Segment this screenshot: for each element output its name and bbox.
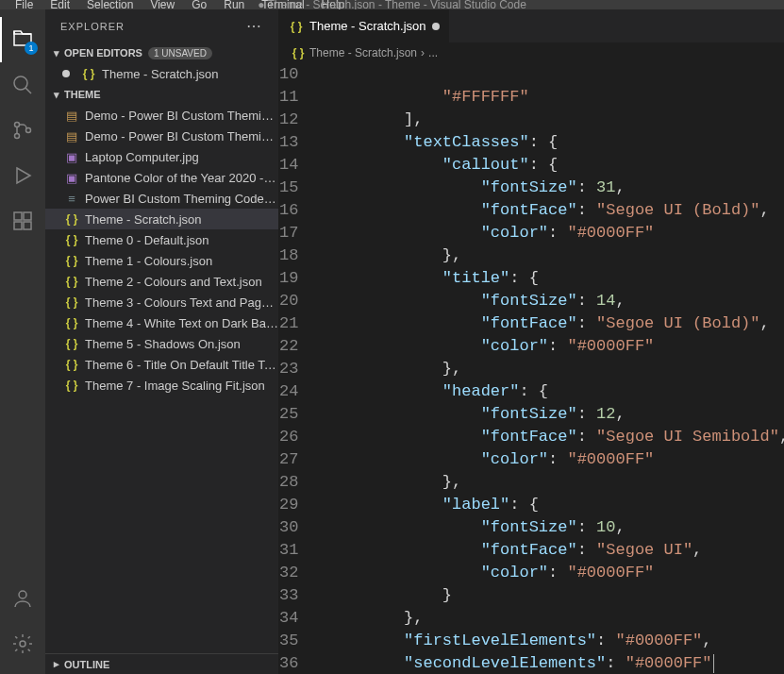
file-item[interactable]: { }Theme 5 - Shadows On.json xyxy=(45,333,278,354)
dirty-dot-icon xyxy=(432,23,440,30)
file-item[interactable]: { }Theme 1 - Colours.json xyxy=(45,250,278,271)
line-number: 13 xyxy=(279,131,298,154)
line-number: 24 xyxy=(279,380,298,403)
code-line[interactable]: ], xyxy=(326,109,784,131)
open-editor-item[interactable]: { }Theme - Scratch.json xyxy=(45,63,278,84)
line-number: 35 xyxy=(279,630,298,652)
file-item[interactable]: ▤Demo - Power BI Custom Theming.pbix xyxy=(45,105,278,126)
editor-tab[interactable]: { }Theme - Scratch.json xyxy=(279,9,450,42)
code-line[interactable]: } xyxy=(326,584,784,607)
file-item[interactable]: { }Theme 6 - Title On Default Title Text… xyxy=(45,354,278,375)
code-line[interactable] xyxy=(326,63,784,86)
code-content[interactable]: "#FFFFFF" ], "textClasses": { "callout":… xyxy=(315,63,784,674)
code-line[interactable]: "fontSize": 31, xyxy=(326,177,784,199)
menu-go[interactable]: Go xyxy=(184,0,214,13)
file-label: Theme 1 - Colours.json xyxy=(85,254,278,268)
settings-gear-icon[interactable] xyxy=(0,621,45,666)
line-number: 15 xyxy=(279,177,298,199)
file-item[interactable]: ▤Demo - Power BI Custom Theming.pptx xyxy=(45,126,278,146)
file-label: Theme - Scratch.json xyxy=(85,212,278,227)
menu-edit[interactable]: Edit xyxy=(42,0,77,13)
code-line[interactable]: "header": { xyxy=(326,380,784,403)
svg-marker-5 xyxy=(17,168,30,183)
sidebar-title: EXPLORER ⋯ xyxy=(45,9,278,42)
line-number: 30 xyxy=(279,516,298,539)
code-line[interactable]: "label": { xyxy=(326,494,784,516)
file-item[interactable]: { }Theme 7 - Image Scaling Fit.json xyxy=(45,375,278,396)
line-number: 17 xyxy=(279,222,298,244)
tabbar: { }Theme - Scratch.json xyxy=(279,9,784,42)
file-item[interactable]: { }Theme 3 - Colours Text and Page Backg… xyxy=(45,292,278,312)
code-line[interactable]: "fontFace": "Segoe UI (Bold)", xyxy=(326,312,784,335)
file-icon: ▤ xyxy=(64,128,79,143)
code-line[interactable]: "color": "#0000FF" xyxy=(326,222,784,244)
outline-header[interactable]: ▸ OUTLINE xyxy=(45,653,278,674)
chevron-down-icon: ▾ xyxy=(49,89,64,101)
line-number: 19 xyxy=(279,267,298,290)
menu-view[interactable]: View xyxy=(142,0,182,13)
code-line[interactable]: }, xyxy=(326,358,784,380)
code-line[interactable]: "fontSize": 14, xyxy=(326,290,784,312)
breadcrumb-dots: ... xyxy=(428,46,438,59)
file-item[interactable]: ≡Power BI Custom Theming Code Blocks.txt xyxy=(45,188,278,209)
code-line[interactable]: "secondLevelElements": "#0000FF" xyxy=(326,652,784,674)
file-item[interactable]: { }Theme 2 - Colours and Text.json xyxy=(45,271,278,292)
json-icon: { } xyxy=(81,66,96,81)
code-line[interactable]: "title": { xyxy=(326,267,784,290)
sidebar-more-icon[interactable]: ⋯ xyxy=(246,17,263,35)
code-line[interactable]: "fontFace": "Segoe UI Semibold", xyxy=(326,426,784,448)
code-line[interactable]: "color": "#0000FF" xyxy=(326,448,784,471)
code-line[interactable]: "fontFace": "Segoe UI (Bold)", xyxy=(326,199,784,222)
line-number: 31 xyxy=(279,539,298,562)
json-icon: { } xyxy=(64,315,79,330)
breadcrumbs[interactable]: { } Theme - Scratch.json › ... xyxy=(279,42,784,63)
search-icon[interactable] xyxy=(0,62,45,108)
chevron-down-icon: ▾ xyxy=(49,47,64,59)
menu-file[interactable]: File xyxy=(8,0,41,13)
source-control-icon[interactable] xyxy=(0,108,45,153)
code-line[interactable]: }, xyxy=(326,244,784,267)
code-line[interactable]: "fontSize": 12, xyxy=(326,403,784,426)
menu-selection[interactable]: Selection xyxy=(79,0,141,13)
file-item[interactable]: ▣Laptop Computer.jpg xyxy=(45,146,278,167)
line-number: 25 xyxy=(279,403,298,426)
file-label: Theme - Scratch.json xyxy=(102,67,278,81)
svg-point-11 xyxy=(20,641,25,647)
line-number: 16 xyxy=(279,199,298,222)
menu-run[interactable]: Run xyxy=(216,0,252,13)
line-number: 12 xyxy=(279,109,298,131)
code-line[interactable]: "fontSize": 10, xyxy=(326,516,784,539)
breadcrumb-file: Theme - Scratch.json xyxy=(309,46,417,59)
svg-point-2 xyxy=(15,123,20,127)
code-editor[interactable]: 1011121314151617181920212223242526272829… xyxy=(279,63,784,674)
file-item[interactable]: { }Theme - Scratch.json xyxy=(45,209,278,229)
code-line[interactable]: "#FFFFFF" xyxy=(326,86,784,109)
code-line[interactable]: "color": "#0000FF" xyxy=(326,562,784,584)
accounts-icon[interactable] xyxy=(0,576,45,621)
code-line[interactable]: "firstLevelElements": "#0000FF", xyxy=(326,630,784,652)
code-line[interactable]: }, xyxy=(326,471,784,494)
code-line[interactable]: "textClasses": { xyxy=(326,131,784,154)
chevron-right-icon: › xyxy=(421,46,425,59)
line-number: 36 xyxy=(279,652,298,674)
extensions-icon[interactable] xyxy=(0,198,45,244)
line-numbers: 1011121314151617181920212223242526272829… xyxy=(279,63,315,674)
file-item[interactable]: ▣Pantone Color of the Year 2020 - Ponder… xyxy=(45,167,278,188)
open-editors-header[interactable]: ▾ OPEN EDITORS 1 UNSAVED xyxy=(45,42,278,63)
run-debug-icon[interactable] xyxy=(0,153,45,198)
explorer-icon[interactable]: 1 xyxy=(0,17,45,62)
svg-rect-8 xyxy=(14,222,22,229)
code-line[interactable]: "fontFace": "Segoe UI", xyxy=(326,539,784,562)
json-icon: { } xyxy=(64,232,79,247)
folder-header[interactable]: ▾ THEME xyxy=(45,84,278,105)
json-icon: { } xyxy=(64,336,79,351)
code-line[interactable]: }, xyxy=(326,607,784,630)
code-line[interactable]: "callout": { xyxy=(326,154,784,177)
file-label: Theme 0 - Default.json xyxy=(85,233,278,247)
line-number: 28 xyxy=(279,471,298,494)
editor-area: { }Theme - Scratch.json { } Theme - Scra… xyxy=(279,9,784,674)
line-number: 21 xyxy=(279,312,298,335)
file-item[interactable]: { }Theme 4 - White Text on Dark Backgrou… xyxy=(45,312,278,333)
file-item[interactable]: { }Theme 0 - Default.json xyxy=(45,229,278,250)
code-line[interactable]: "color": "#0000FF" xyxy=(326,335,784,358)
